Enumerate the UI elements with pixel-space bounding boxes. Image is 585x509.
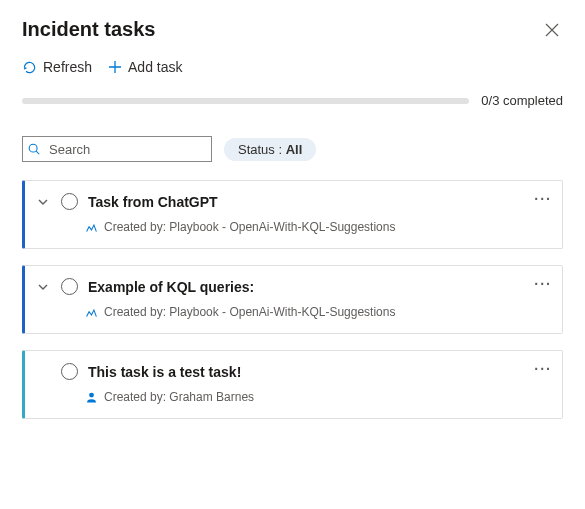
user-icon: [85, 391, 98, 404]
refresh-button[interactable]: Refresh: [22, 59, 92, 75]
search-field[interactable]: [47, 141, 207, 158]
close-icon: [545, 23, 559, 37]
add-task-label: Add task: [128, 59, 182, 75]
close-button[interactable]: [541, 19, 563, 41]
refresh-icon: [22, 60, 37, 75]
more-button[interactable]: ···: [534, 276, 552, 292]
svg-point-0: [29, 144, 37, 152]
task-title[interactable]: This task is a test task!: [88, 364, 241, 380]
expand-toggle[interactable]: [37, 281, 51, 293]
complete-checkbox[interactable]: [61, 278, 78, 295]
search-input[interactable]: [22, 136, 212, 162]
chevron-down-icon: [37, 281, 49, 293]
progress-bar: [22, 98, 469, 104]
status-filter[interactable]: Status : All: [224, 138, 316, 161]
task-title[interactable]: Example of KQL queries:: [88, 279, 254, 295]
svg-point-1: [89, 392, 94, 397]
search-icon: [27, 142, 41, 156]
more-button[interactable]: ···: [534, 361, 552, 377]
created-by-text: Created by: Playbook - OpenAi-With-KQL-S…: [104, 220, 395, 234]
task-card: Example of KQL queries: ··· Created by: …: [22, 265, 563, 334]
page-title: Incident tasks: [22, 18, 155, 41]
task-card: This task is a test task! ··· Created by…: [22, 350, 563, 419]
created-by-text: Created by: Graham Barnes: [104, 390, 254, 404]
complete-checkbox[interactable]: [61, 193, 78, 210]
progress-text: 0/3 completed: [481, 93, 563, 108]
refresh-label: Refresh: [43, 59, 92, 75]
more-button[interactable]: ···: [534, 191, 552, 207]
created-by-text: Created by: Playbook - OpenAi-With-KQL-S…: [104, 305, 395, 319]
complete-checkbox[interactable]: [61, 363, 78, 380]
expand-toggle[interactable]: [37, 196, 51, 208]
status-label: Status :: [238, 142, 286, 157]
add-task-button[interactable]: Add task: [108, 59, 182, 75]
plus-icon: [108, 60, 122, 74]
chevron-down-icon: [37, 196, 49, 208]
playbook-icon: [85, 306, 98, 319]
status-value: All: [286, 142, 303, 157]
task-title[interactable]: Task from ChatGPT: [88, 194, 218, 210]
task-card: Task from ChatGPT ··· Created by: Playbo…: [22, 180, 563, 249]
playbook-icon: [85, 221, 98, 234]
